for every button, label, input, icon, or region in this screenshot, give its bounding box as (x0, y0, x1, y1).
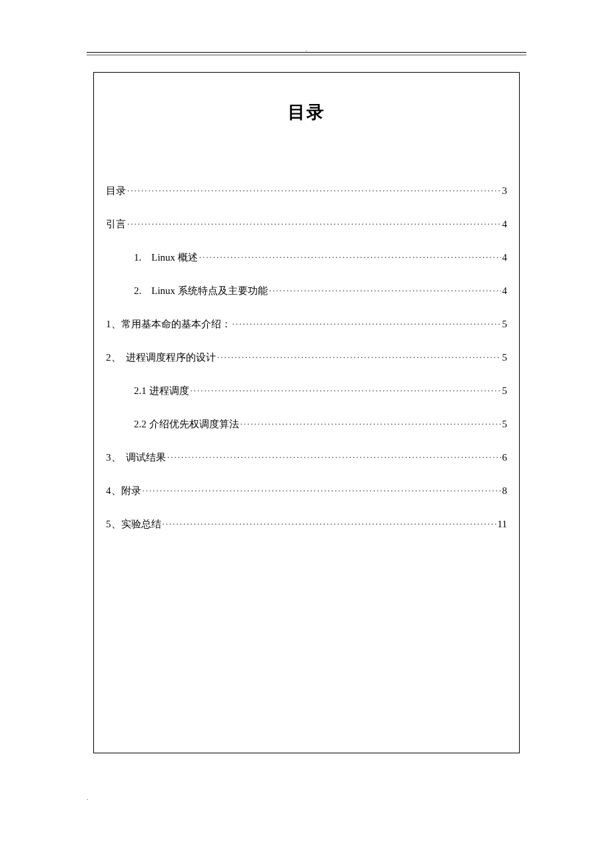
header-rule-secondary (87, 55, 526, 55)
toc-entry: 4、附录8 (106, 484, 507, 497)
toc-leader-dots (167, 451, 501, 461)
toc-entry: 5、实验总结11 (106, 517, 507, 531)
toc-entry: 2.1 进程调度5 (106, 384, 507, 397)
toc-entry: 引言4 (106, 217, 507, 231)
toc-leader-dots (199, 251, 501, 261)
toc-entry-page: 5 (502, 419, 508, 430)
toc-entry-page: 8 (502, 485, 508, 497)
toc-entry-label: 3、 调试结果 (106, 451, 166, 464)
toc-entry-page: 3 (502, 185, 508, 197)
toc-entry-page: 4 (502, 219, 508, 230)
toc-entry: 2. Linux 系统特点及主要功能4 (106, 284, 507, 297)
toc-entry-page: 4 (502, 252, 508, 263)
toc-entry-label: 2.2 介绍优先权调度算法 (134, 418, 239, 431)
toc-entry-label: 1、常用基本命的基本介绍： (106, 318, 231, 331)
toc-entry-page: 5 (502, 385, 508, 397)
toc-entry-page: 4 (502, 285, 508, 297)
toc-entry-label: 2、 进程调度程序的设计 (106, 351, 216, 364)
toc-entry: 目录3 (106, 184, 507, 197)
toc-leader-dots (241, 417, 501, 427)
toc-entry-label: 2.1 进程调度 (134, 385, 189, 397)
toc-entry-page: 5 (502, 352, 508, 363)
toc-leader-dots (143, 484, 501, 494)
toc-entry-page: 11 (498, 519, 507, 530)
toc-list: 目录3引言41. Linux 概述42. Linux 系统特点及主要功能41、常… (106, 184, 507, 531)
footer-mark: . (87, 794, 89, 801)
toc-entry-label: 目录 (106, 185, 126, 197)
toc-entry-label: 1. Linux 概述 (134, 251, 198, 264)
toc-entry-label: 2. Linux 系统特点及主要功能 (134, 285, 268, 297)
toc-entry-label: 引言 (106, 218, 126, 231)
toc-leader-dots (127, 184, 501, 194)
toc-entry-page: 6 (502, 452, 508, 463)
toc-leader-dots (217, 351, 501, 361)
toc-entry-label: 5、实验总结 (106, 518, 161, 531)
toc-leader-dots (127, 217, 501, 227)
header-rule (87, 52, 526, 53)
toc-entry: 3、 调试结果6 (106, 451, 507, 464)
toc-title: 目录 (106, 101, 507, 124)
toc-leader-dots (269, 284, 501, 294)
toc-entry-label: 4、附录 (106, 485, 141, 497)
toc-leader-dots (191, 384, 501, 394)
toc-entry: 2、 进程调度程序的设计5 (106, 351, 507, 364)
toc-entry: 1. Linux 概述4 (106, 251, 507, 264)
page-content-frame: 目录 目录3引言41. Linux 概述42. Linux 系统特点及主要功能4… (93, 72, 520, 753)
toc-leader-dots (163, 517, 496, 527)
toc-entry: 1、常用基本命的基本介绍：5 (106, 317, 507, 331)
toc-leader-dots (233, 317, 501, 327)
toc-entry: 2.2 介绍优先权调度算法5 (106, 417, 507, 431)
toc-entry-page: 5 (502, 319, 508, 330)
